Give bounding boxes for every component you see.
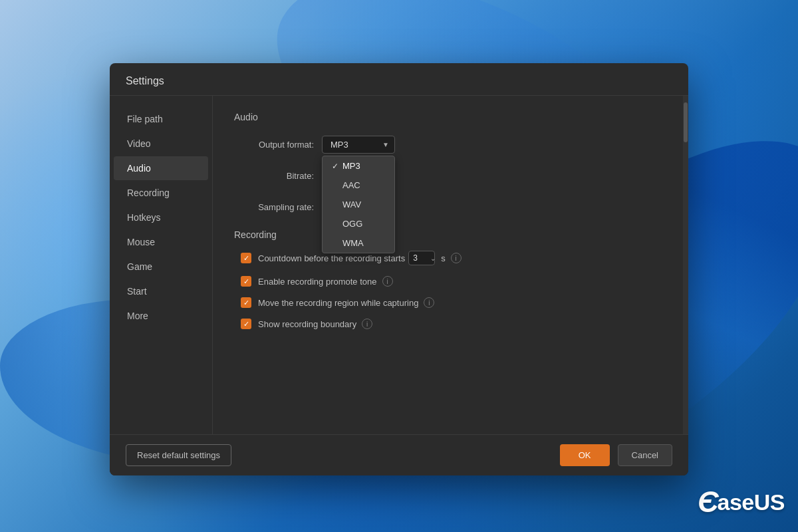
sidebar-item-video[interactable]: Video xyxy=(114,132,208,156)
bitrate-row: Bitrate: kb/s xyxy=(234,167,667,185)
format-option-mp3-label: MP3 xyxy=(342,161,360,171)
logo-icon: Є xyxy=(698,485,718,519)
logo-text: aseUS xyxy=(718,489,785,515)
move-region-checkbox[interactable]: ✓ xyxy=(241,297,251,308)
settings-dialog: Settings File path Video Audio Recording… xyxy=(110,63,688,475)
scrollbar-track xyxy=(683,96,688,434)
sidebar-item-start[interactable]: Start xyxy=(114,279,208,303)
countdown-unit: s xyxy=(441,253,446,263)
output-format-dropdown-wrapper: MP3 ▼ ✓ MP3 AAC xyxy=(322,136,395,154)
sidebar-item-game[interactable]: Game xyxy=(114,255,208,279)
main-content: Audio Output format: MP3 ▼ ✓ MP3 xyxy=(213,96,688,434)
promote-tone-info-icon[interactable]: i xyxy=(382,276,393,287)
countdown-checkbox[interactable]: ✓ xyxy=(241,253,251,263)
bitrate-label: Bitrate: xyxy=(234,171,314,181)
countdown-info-icon[interactable]: i xyxy=(451,253,462,263)
sidebar-item-hotkeys[interactable]: Hotkeys xyxy=(114,205,208,229)
show-boundary-checkbox[interactable]: ✓ xyxy=(241,319,251,329)
sidebar: File path Video Audio Recording Hotkeys … xyxy=(110,96,213,434)
sampling-rate-row: Sampling rate: Hz xyxy=(234,198,667,216)
show-boundary-row: ✓ Show recording boundary i xyxy=(241,319,667,329)
promote-tone-row: ✓ Enable recording promote tone i xyxy=(241,276,667,287)
output-format-label: Output format: xyxy=(234,140,314,150)
dialog-title: Settings xyxy=(110,63,688,96)
format-option-wma[interactable]: WMA xyxy=(323,233,394,253)
format-option-aac[interactable]: AAC xyxy=(323,176,394,195)
recording-section-title: Recording xyxy=(234,229,667,240)
countdown-label: Countdown before the recording starts xyxy=(258,253,405,263)
format-option-wma-label: WMA xyxy=(342,238,364,248)
ok-button[interactable]: OK xyxy=(560,444,610,466)
sampling-rate-label: Sampling rate: xyxy=(234,202,314,212)
sidebar-item-mouse[interactable]: Mouse xyxy=(114,230,208,254)
sidebar-item-audio[interactable]: Audio xyxy=(114,156,208,180)
format-option-mp3[interactable]: ✓ MP3 xyxy=(323,156,394,176)
countdown-select-wrapper: 3 5 10 xyxy=(405,251,438,265)
move-region-row: ✓ Move the recording region while captur… xyxy=(241,297,667,308)
audio-section-title: Audio xyxy=(234,112,667,122)
format-dropdown-menu: ✓ MP3 AAC WAV OGG xyxy=(322,156,395,253)
promote-tone-checkbox[interactable]: ✓ xyxy=(241,276,251,287)
show-boundary-info-icon[interactable]: i xyxy=(362,319,372,329)
reset-default-button[interactable]: Reset default settings xyxy=(126,444,231,466)
promote-tone-label: Enable recording promote tone xyxy=(258,277,377,287)
scrollbar-thumb[interactable] xyxy=(684,102,688,142)
output-format-row: Output format: MP3 ▼ ✓ MP3 xyxy=(234,136,667,154)
recording-section: Recording ✓ Countdown before the recordi… xyxy=(234,229,667,329)
move-check-icon: ✓ xyxy=(243,299,249,307)
dialog-body: File path Video Audio Recording Hotkeys … xyxy=(110,96,688,434)
move-region-label: Move the recording region while capturin… xyxy=(258,298,418,308)
check-icon: ✓ xyxy=(332,162,338,171)
output-format-value: MP3 xyxy=(331,140,348,150)
countdown-row: ✓ Countdown before the recording starts … xyxy=(241,251,667,265)
dialog-footer: Reset default settings OK Cancel xyxy=(110,434,688,475)
footer-buttons: OK Cancel xyxy=(560,444,672,466)
format-option-aac-label: AAC xyxy=(342,180,360,190)
promote-check-icon: ✓ xyxy=(243,277,249,286)
move-region-info-icon[interactable]: i xyxy=(424,297,434,308)
sidebar-item-filepath[interactable]: File path xyxy=(114,107,208,131)
checkbox-check-icon: ✓ xyxy=(243,254,249,263)
format-option-ogg[interactable]: OGG xyxy=(323,214,394,233)
show-boundary-label: Show recording boundary xyxy=(258,319,356,329)
countdown-select[interactable]: 3 5 10 xyxy=(408,251,435,265)
sidebar-item-recording[interactable]: Recording xyxy=(114,181,208,205)
sidebar-item-more[interactable]: More xyxy=(114,304,208,328)
easeus-logo: Є aseUS xyxy=(698,485,785,519)
format-option-wav-label: WAV xyxy=(342,200,361,209)
cancel-button[interactable]: Cancel xyxy=(618,444,672,466)
format-option-wav[interactable]: WAV xyxy=(323,195,394,214)
chevron-down-icon: ▼ xyxy=(382,141,389,148)
format-option-ogg-label: OGG xyxy=(342,219,362,229)
boundary-check-icon: ✓ xyxy=(243,320,249,329)
output-format-dropdown[interactable]: MP3 ▼ xyxy=(322,136,395,154)
